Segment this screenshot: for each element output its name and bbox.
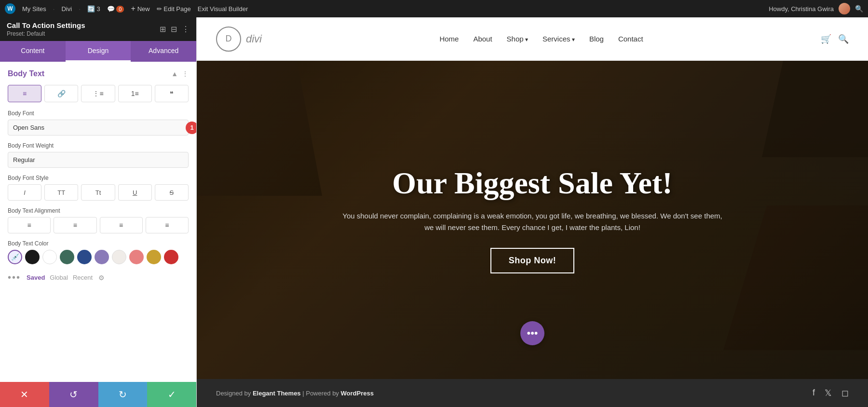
color-swatch-gold[interactable] (147, 250, 161, 264)
color-swatch-cream[interactable] (112, 250, 126, 264)
footer-text-before: Designed by (216, 390, 253, 397)
admin-bar: W My Sites · Divi · 🔄 3 💬 0 + New ✏ Edit… (0, 0, 868, 17)
format-btn-link[interactable]: 🔗 (44, 85, 78, 102)
color-swatch-darkgreen[interactable] (60, 250, 74, 264)
panel-icon-layout[interactable]: ⊟ (171, 25, 177, 34)
hero-cta-button[interactable]: Shop Now! (490, 248, 574, 273)
facebook-icon[interactable]: f (813, 388, 815, 398)
format-btn-ol[interactable]: 1≡ (118, 85, 152, 102)
color-swatch-lavender[interactable] (95, 250, 109, 264)
body-font-style-field: Body Font Style I TT Tt U S (8, 175, 189, 201)
tab-bar: Content Design Advanced (0, 41, 196, 62)
hero-section: Our Biggest Sale Yet! You should never c… (197, 61, 868, 379)
panel-preset[interactable]: Preset: Default (7, 30, 85, 37)
color-tab-global[interactable]: Global (50, 274, 68, 281)
color-tab-recent[interactable]: Recent (73, 274, 93, 281)
admin-search-icon[interactable]: 🔍 (855, 5, 863, 13)
eyedropper-swatch[interactable]: 💉 (8, 250, 22, 264)
nav-shop[interactable]: Shop (507, 35, 528, 43)
wordpress-link[interactable]: WordPress (340, 390, 373, 397)
format-buttons-row: ≡ 🔗 ⋮≡ 1≡ ❝ (8, 85, 189, 102)
align-center-btn[interactable]: ≡ (54, 217, 96, 233)
nav-about[interactable]: About (473, 35, 492, 43)
right-panel: D divi Home About Shop Services Blog Con… (197, 17, 868, 407)
exit-builder-link[interactable]: Exit Visual Builder (198, 5, 248, 13)
body-font-weight-field: Body Font Weight Regular Bold Light (8, 142, 189, 168)
style-italic[interactable]: I (8, 184, 41, 201)
nav-home[interactable]: Home (439, 35, 459, 43)
counter-link[interactable]: 🔄 3 (87, 5, 100, 13)
logo-circle: D (216, 27, 241, 52)
hero-subtitle: You should never complain, complaining i… (339, 210, 725, 233)
action-bar: ✕ ↺ ↻ ✓ (0, 382, 196, 407)
color-footer: ••• Saved Global Recent ⚙ (8, 269, 189, 286)
divi-link[interactable]: Divi (61, 5, 72, 13)
style-strikethrough[interactable]: S (155, 184, 189, 201)
color-swatch-black[interactable] (25, 250, 40, 264)
admin-bar-right: Howdy, Christina Gwira 🔍 (769, 3, 863, 14)
body-font-select[interactable]: Open Sans Roboto Lato Montserrat (8, 120, 189, 136)
user-greeting: Howdy, Christina Gwira (769, 5, 834, 13)
site-footer: Designed by Elegant Themes | Powered by … (197, 379, 868, 407)
section-header: Body Text ▲ ⋮ (8, 69, 189, 78)
panel-header: Call To Action Settings Preset: Default … (0, 17, 196, 41)
elegant-themes-link[interactable]: Elegant Themes (253, 390, 301, 397)
body-font-weight-select[interactable]: Regular Bold Light (8, 152, 189, 168)
notification-badge: 1 (186, 122, 196, 134)
save-button[interactable]: ✓ (147, 382, 196, 407)
nav-contact[interactable]: Contact (618, 35, 643, 43)
section-title: Body Text (8, 69, 44, 78)
body-font-label: Body Font (8, 110, 189, 117)
wordpress-icon[interactable]: W (5, 3, 15, 14)
align-right-btn[interactable]: ≡ (100, 217, 143, 233)
undo-button[interactable]: ↺ (49, 382, 98, 407)
align-justify-btn[interactable]: ≡ (146, 217, 189, 233)
admin-bar-left: W My Sites · Divi · 🔄 3 💬 0 + New ✏ Edit… (5, 3, 761, 14)
panel-icon-responsive[interactable]: ⊞ (160, 25, 166, 34)
logo-text: divi (246, 33, 262, 45)
floating-action-button[interactable]: ••• (520, 321, 544, 345)
section-more-icon[interactable]: ⋮ (182, 70, 189, 78)
cancel-button[interactable]: ✕ (0, 382, 49, 407)
color-swatch-darkblue[interactable] (77, 250, 92, 264)
panel-body: Body Text ▲ ⋮ ≡ 🔗 ⋮≡ 1≡ ❝ Body Font O (0, 62, 196, 382)
new-button[interactable]: + New (131, 4, 149, 13)
color-tab-saved[interactable]: Saved (27, 274, 45, 281)
twitter-icon[interactable]: 𝕏 (825, 388, 832, 398)
body-text-alignment-field: Body Text Alignment ≡ ≡ ≡ ≡ (8, 207, 189, 233)
comments-link[interactable]: 💬 0 (107, 5, 124, 13)
style-uppercase[interactable]: TT (44, 184, 78, 201)
align-left-btn[interactable]: ≡ (8, 217, 51, 233)
style-capitalize[interactable]: Tt (81, 184, 115, 201)
color-swatch-salmon[interactable] (129, 250, 144, 264)
body-font-weight-label: Body Font Weight (8, 142, 189, 149)
my-sites-link[interactable]: My Sites (22, 5, 46, 13)
body-text-alignment-label: Body Text Alignment (8, 207, 189, 214)
cart-icon[interactable]: 🛒 (821, 34, 831, 44)
instagram-icon[interactable]: ◻ (841, 388, 849, 398)
gear-icon[interactable]: ⚙ (98, 274, 105, 282)
nav-services[interactable]: Services (542, 35, 575, 43)
tab-design[interactable]: Design (66, 41, 131, 62)
tab-content[interactable]: Content (0, 41, 66, 62)
panel-icon-more[interactable]: ⋮ (182, 25, 190, 34)
format-btn-quote[interactable]: ❝ (155, 85, 189, 102)
footer-left: Designed by Elegant Themes | Powered by … (216, 390, 374, 397)
color-swatch-white[interactable] (42, 250, 57, 264)
site-search-icon[interactable]: 🔍 (838, 34, 849, 44)
edit-page-link[interactable]: ✏ Edit Page (157, 5, 191, 13)
color-swatch-red[interactable] (164, 250, 178, 264)
tab-advanced[interactable]: Advanced (131, 41, 196, 62)
section-collapse-icon[interactable]: ▲ (171, 70, 178, 78)
left-panel: Call To Action Settings Preset: Default … (0, 17, 197, 407)
panel-title: Call To Action Settings (7, 21, 85, 29)
style-underline[interactable]: U (118, 184, 152, 201)
nav-blog[interactable]: Blog (589, 35, 604, 43)
redo-button[interactable]: ↻ (98, 382, 148, 407)
user-avatar[interactable] (839, 3, 850, 14)
color-dots[interactable]: ••• (8, 272, 21, 283)
format-btn-text[interactable]: ≡ (8, 85, 41, 102)
format-btn-ul[interactable]: ⋮≡ (81, 85, 115, 102)
main-area: Call To Action Settings Preset: Default … (0, 17, 868, 407)
site-nav: D divi Home About Shop Services Blog Con… (197, 17, 868, 61)
